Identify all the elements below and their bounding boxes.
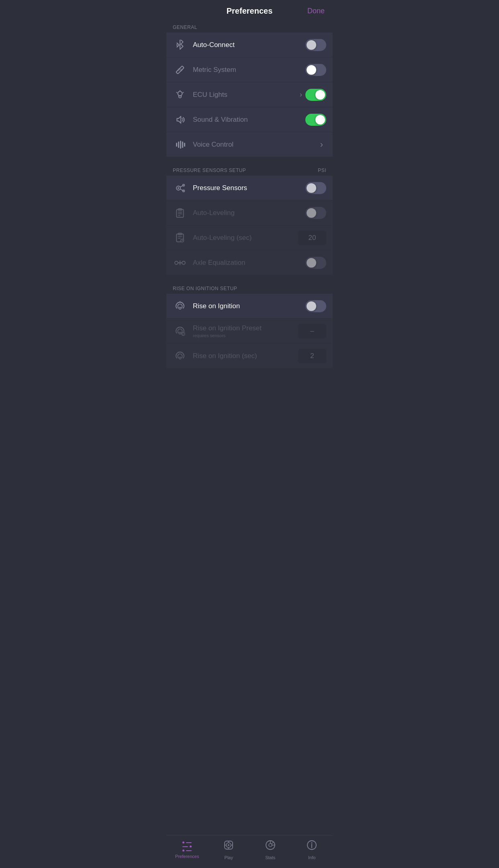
nav-play[interactable]: Play [215,839,243,860]
section-pressure-unit: PSI [318,168,326,173]
content-area: GENERAL Auto-Connect Metric System [166,20,333,401]
svg-marker-8 [177,116,181,123]
nav-preferences[interactable]: Preferences [173,841,201,859]
svg-line-7 [183,92,184,93]
svg-point-4 [178,91,182,96]
bulb-icon [173,88,187,102]
row-auto-leveling-sec: Auto-Leveling (sec) 20 [166,225,333,250]
auto-leveling-toggle[interactable] [305,207,326,219]
ecu-lights-chevron-icon: › [300,90,302,99]
section-general-header: GENERAL [166,20,333,33]
metric-system-toggle[interactable] [305,64,326,76]
rise-sec-label: Rise on Ignition (sec) [193,352,298,360]
auto-connect-toggle[interactable] [305,39,326,51]
svg-line-52 [272,842,274,844]
preferences-nav-icon [182,841,192,852]
svg-point-39 [183,334,184,334]
nav-stats[interactable]: Stats [256,839,284,860]
svg-line-6 [176,92,177,93]
nav-info[interactable]: Info [298,839,326,860]
rise-sec-value: 2 [298,349,326,363]
bluetooth-icon [173,38,187,52]
row-pressure-sensors[interactable]: Pressure Sensors [166,176,333,201]
nav-preferences-label: Preferences [175,854,199,859]
stats-nav-icon [265,839,276,854]
svg-point-36 [179,332,181,334]
svg-rect-10 [178,141,179,148]
axle-icon [173,256,187,270]
svg-point-15 [178,187,179,189]
row-sound-vibration[interactable]: Sound & Vibration [166,107,333,132]
pressure-sensors-label: Pressure Sensors [193,184,305,192]
row-axle-equalization[interactable]: Axle Equalization [166,250,333,275]
gap-1 [166,157,333,164]
auto-connect-label: Auto-Connect [193,41,305,49]
done-button[interactable]: Done [307,7,325,15]
voice-control-label: Voice Control [193,141,320,149]
rise-preset-sublabel: requires sensors [193,333,298,338]
svg-point-43 [228,844,229,846]
info-nav-icon [306,839,317,854]
sound-icon [173,113,187,127]
svg-point-40 [179,357,181,359]
row-rise-preset: Rise on Ignition Preset requires sensors… [166,319,333,344]
pressure-sensors-toggle[interactable] [305,182,326,194]
axle-equalization-label: Axle Equalization [193,259,305,267]
svg-rect-12 [182,141,183,148]
svg-point-55 [311,842,313,843]
bottom-nav: Preferences Play Stats [166,835,333,868]
nav-info-label: Info [308,855,315,860]
auto-leveling-sec-label: Auto-Leveling (sec) [193,234,298,242]
rise-on-ignition-label: Rise on Ignition [193,302,305,310]
voice-icon [173,137,187,152]
svg-rect-13 [184,143,185,147]
rise-preset-value: – [298,324,326,338]
ecu-lights-toggle[interactable] [305,89,326,101]
section-ignition-header: RISE ON IGNITION SETUP [166,282,333,294]
nav-play-label: Play [225,855,233,860]
row-metric-system[interactable]: Metric System [166,57,333,82]
svg-point-34 [179,307,181,309]
header: Preferences Done [166,0,333,20]
row-voice-control[interactable]: Voice Control › [166,132,333,157]
nav-stats-label: Stats [265,855,275,860]
page-title: Preferences [227,6,273,16]
row-ecu-lights[interactable]: ECU Lights › [166,82,333,107]
voice-control-chevron-icon: › [320,139,323,150]
ignition-icon [173,299,187,313]
svg-rect-9 [176,143,177,147]
clipboard-icon [173,206,187,220]
section-general-title: GENERAL [173,25,197,30]
auto-leveling-label: Auto-Leveling [193,209,305,217]
row-rise-on-ignition[interactable]: Rise on Ignition [166,294,333,319]
clipboard-timer-icon [173,231,187,245]
auto-leveling-sec-value: 20 [298,231,326,245]
ignition-preset-icon [173,324,187,338]
metric-system-label: Metric System [193,66,305,74]
axle-equalization-toggle[interactable] [305,257,326,269]
sensor-icon [173,181,187,195]
row-auto-leveling[interactable]: Auto-Leveling [166,201,333,225]
section-pressure-header: PRESSURE SENSORS SETUP PSI [166,164,333,176]
ruler-icon [173,63,187,77]
ecu-lights-label: ECU Lights [193,91,300,99]
section-pressure-title: PRESSURE SENSORS SETUP [173,168,246,173]
sound-vibration-toggle[interactable] [305,114,326,126]
ignition-sec-icon [173,349,187,363]
play-nav-icon [223,839,234,854]
row-rise-sec: Rise on Ignition (sec) 2 [166,344,333,368]
rise-on-ignition-toggle[interactable] [305,300,326,312]
gap-2 [166,275,333,282]
svg-rect-11 [180,141,181,149]
row-auto-connect[interactable]: Auto-Connect [166,33,333,57]
sound-vibration-label: Sound & Vibration [193,116,305,124]
section-ignition-title: RISE ON IGNITION SETUP [173,286,237,291]
rise-preset-label: Rise on Ignition Preset [193,324,298,332]
